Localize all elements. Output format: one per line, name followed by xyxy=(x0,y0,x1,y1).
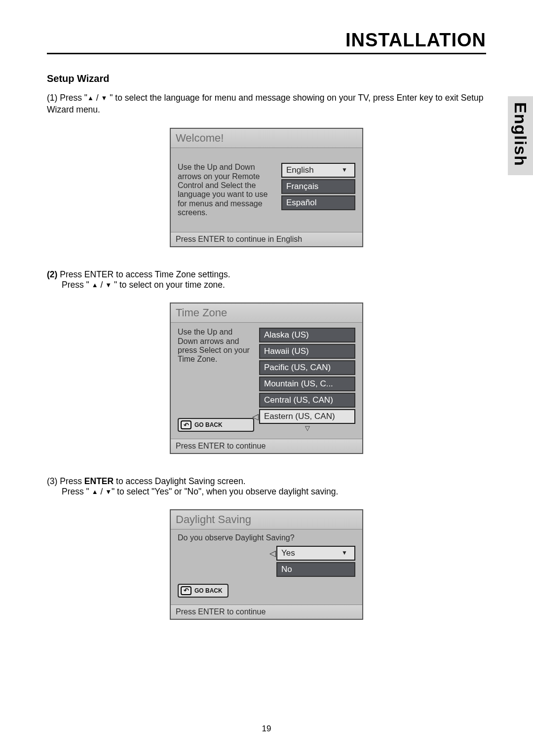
step1-prefix: (1) Press " xyxy=(47,93,87,103)
chevron-left-icon: ◁ xyxy=(269,548,276,559)
osd-timezone-footer: Press ENTER to continue xyxy=(171,439,362,453)
step2-line2c: " to select on your time zone. xyxy=(112,280,225,290)
go-back-label: GO BACK xyxy=(194,587,223,594)
step3-line1a: (3) Press xyxy=(47,476,84,486)
chevron-down-icon: ▼ xyxy=(342,549,347,556)
language-side-tab: English xyxy=(508,96,533,175)
timezone-option[interactable]: Pacific (US, CAN) xyxy=(259,360,355,375)
daylight-option-yes[interactable]: Yes ▼ xyxy=(276,546,355,561)
language-option-list[interactable]: English ▼ Français Español xyxy=(281,163,355,225)
language-option-francais[interactable]: Français xyxy=(281,179,355,194)
setup-wizard-heading: Setup Wizard xyxy=(47,73,486,84)
osd-welcome-description: Use the Up and Down arrows on your Remot… xyxy=(178,163,276,225)
osd-daylight-description: Do you observe Daylight Saving? xyxy=(178,533,355,542)
section-header: INSTALLATION xyxy=(47,30,486,54)
step1-mid: / xyxy=(94,93,101,103)
step-3-text: (3) Press ENTER to access Daylight Savin… xyxy=(47,476,486,497)
option-label: Yes xyxy=(281,548,295,558)
step2-line2a: Press " xyxy=(62,280,92,290)
step3-enter: ENTER xyxy=(84,476,114,486)
go-back-button[interactable]: ↶ GO BACK xyxy=(178,584,228,598)
osd-timezone-title: Time Zone xyxy=(171,303,362,323)
osd-daylight-footer: Press ENTER to continue xyxy=(171,605,362,619)
step-1-text: (1) Press "▲ / ▼ " to select the languag… xyxy=(47,92,486,115)
osd-daylight-title: Daylight Saving xyxy=(171,510,362,529)
osd-daylight-dialog: Daylight Saving Do you observe Daylight … xyxy=(170,509,363,619)
osd-timezone-description: Use the Up and Down arrows and press Sel… xyxy=(178,328,254,411)
go-back-button[interactable]: ↶ GO BACK xyxy=(178,418,254,432)
language-option-english[interactable]: English ▼ xyxy=(281,163,355,178)
step2-prefix: (2) xyxy=(47,269,57,279)
step3-line2c: " to select "Yes" or "No", when you obse… xyxy=(112,487,338,496)
osd-welcome-footer: Press ENTER to continue in English xyxy=(171,232,362,246)
step3-line2b: / xyxy=(98,487,106,496)
timezone-option-selected[interactable]: Eastern (US, CAN) xyxy=(259,409,355,424)
timezone-option[interactable]: Alaska (US) xyxy=(259,328,355,342)
option-label: English xyxy=(286,165,314,175)
chevron-left-icon: ◁ xyxy=(252,412,259,422)
timezone-option[interactable]: Hawaii (US) xyxy=(259,344,355,359)
page-number: 19 xyxy=(0,724,533,734)
up-arrow-icon: ▲ xyxy=(92,281,98,289)
daylight-option-no[interactable]: No xyxy=(276,562,355,577)
osd-welcome-title: Welcome! xyxy=(171,129,362,148)
up-arrow-icon: ▲ xyxy=(92,488,98,495)
daylight-option-list[interactable]: ◁ Yes ▼ No xyxy=(276,546,355,577)
step3-line1c: to access Daylight Saving screen. xyxy=(114,476,246,486)
language-option-espanol[interactable]: Español xyxy=(281,195,355,210)
go-back-label: GO BACK xyxy=(194,421,223,428)
timezone-option[interactable]: Mountain (US, C... xyxy=(259,377,355,391)
undo-icon: ↶ xyxy=(181,586,191,595)
timezone-option-list[interactable]: Alaska (US) Hawaii (US) Pacific (US, CAN… xyxy=(259,328,355,432)
chevron-down-icon: ▼ xyxy=(342,166,347,173)
osd-welcome-dialog: Welcome! Use the Up and Down arrows on y… xyxy=(170,128,363,247)
scroll-down-indicator: ▽ xyxy=(259,424,355,432)
undo-icon: ↶ xyxy=(181,420,191,429)
step1-suffix: " to select the language for menu and me… xyxy=(47,93,484,114)
step-2-text: (2) Press ENTER to access Time Zone sett… xyxy=(47,269,486,290)
timezone-option[interactable]: Central (US, CAN) xyxy=(259,393,355,408)
step3-line2a: Press " xyxy=(62,487,92,496)
up-arrow-icon: ▲ xyxy=(87,94,94,103)
osd-timezone-dialog: Time Zone Use the Up and Down arrows and… xyxy=(170,302,363,454)
down-arrow-icon: ▼ xyxy=(101,94,108,103)
down-arrow-icon: ▼ xyxy=(105,281,112,289)
down-arrow-icon: ▼ xyxy=(105,488,112,495)
step2-line2b: / xyxy=(98,280,106,290)
step2-line1: Press ENTER to access Time Zone settings… xyxy=(57,269,230,279)
